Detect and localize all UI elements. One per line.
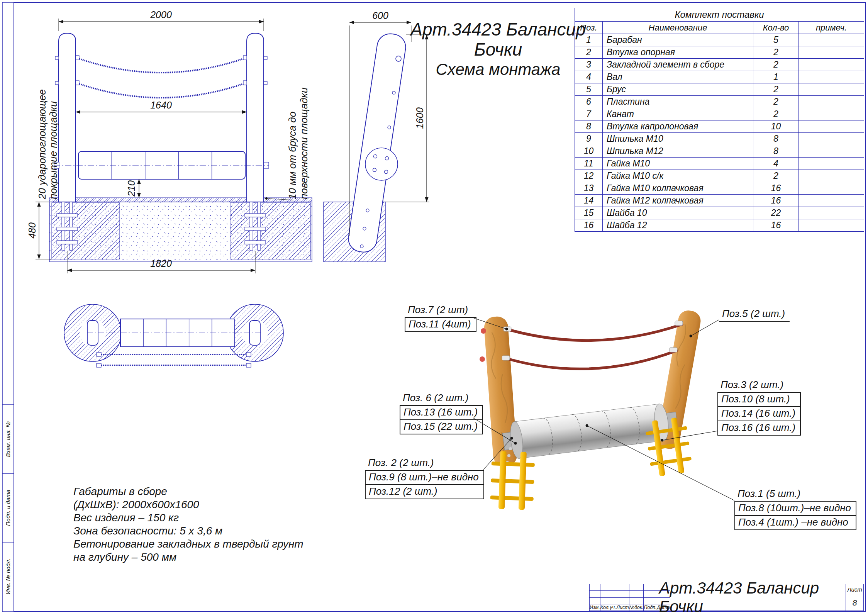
table-row: 6Пластина2 bbox=[575, 96, 864, 108]
tb-col-list: Лист bbox=[616, 604, 629, 611]
callout-barrel: Поз.1 (5 шт.) Поз.8 (10шт.)–не видно Поз… bbox=[734, 487, 856, 530]
tb-col-izm: Изм. bbox=[590, 604, 600, 611]
spec-line: Вес изделия – 150 кг bbox=[73, 511, 303, 524]
stamp-vzam: Взам. инв. № bbox=[5, 421, 11, 457]
stamp-podp: Подп. и дата bbox=[5, 490, 11, 526]
part-pos: 14 bbox=[575, 195, 603, 207]
spec-line: на глубину – 500 мм bbox=[73, 551, 303, 564]
title-block: Изм. Кол.уч. Лист №док. Подп. Дата Арт.3… bbox=[589, 584, 864, 611]
dim-beam-height: 210 bbox=[126, 180, 137, 197]
dim-foundation-depth: 480 bbox=[27, 222, 37, 239]
side-stamps: Взам. инв. № Подп. и дата Инв. № подл. bbox=[5, 421, 11, 595]
dim-anchor-spacing: 1820 bbox=[150, 258, 172, 269]
part-name: Вал bbox=[603, 71, 753, 83]
part-qty: 2 bbox=[753, 46, 799, 59]
part-pos: 4 bbox=[575, 71, 603, 83]
part-name: Гайка М10 bbox=[603, 158, 753, 170]
table-row: 14Гайка М12 колпачковая16 bbox=[575, 195, 864, 207]
col-pos: Поз. bbox=[575, 22, 603, 34]
specs-block: Габариты в сборе (ДхШхВ): 2000х600х1600 … bbox=[73, 485, 303, 564]
part-note bbox=[799, 96, 864, 108]
part-qty: 2 bbox=[753, 59, 799, 71]
table-row: 15Шайба 1022 bbox=[575, 207, 864, 219]
part-note bbox=[799, 133, 864, 145]
callout-line: Поз. 2 (2 шт.) bbox=[365, 456, 484, 471]
part-pos: 9 bbox=[575, 133, 603, 145]
part-qty: 22 bbox=[753, 207, 799, 219]
part-qty: 8 bbox=[753, 133, 799, 145]
part-name: Шайба 12 bbox=[603, 219, 753, 232]
dim-side-depth: 600 bbox=[372, 10, 388, 21]
callout-line: Поз.1 (5 шт.) bbox=[734, 487, 856, 502]
callout-line: Поз.12 (2 шт.) bbox=[366, 484, 483, 499]
part-qty: 4 bbox=[753, 158, 799, 170]
part-pos: 8 bbox=[575, 120, 603, 133]
part-name: Гайка М10 с/к bbox=[603, 170, 753, 182]
tb-col-koluch: Кол.уч. bbox=[600, 604, 616, 611]
callout-line: Поз.14 (16 шт.) bbox=[718, 406, 800, 421]
part-name: Гайка М10 колпачковая bbox=[603, 182, 753, 195]
part-note bbox=[799, 195, 864, 207]
callout-line: Поз.15 (22 шт.) bbox=[400, 419, 482, 434]
revision-grid: Изм. Кол.уч. Лист №док. Подп. Дата bbox=[590, 584, 659, 611]
part-pos: 7 bbox=[575, 108, 603, 120]
part-pos: 5 bbox=[575, 83, 603, 96]
render-cap-1 bbox=[481, 328, 486, 334]
callout-line: Поз.3 (2 шт.) bbox=[717, 378, 801, 393]
spec-line: Зона безопасности: 5 х 3,6 м bbox=[73, 524, 303, 538]
callout-line: Поз.7 (2 шт) bbox=[405, 304, 476, 318]
part-note bbox=[799, 120, 864, 133]
part-note bbox=[799, 145, 864, 158]
part-qty: 10 bbox=[753, 120, 799, 133]
sheet-number: 8 bbox=[846, 595, 863, 611]
part-qty: 2 bbox=[753, 83, 799, 96]
spec-line: Бетонирование закладных в твердый грунт bbox=[73, 538, 303, 551]
rope-lower-front bbox=[79, 84, 243, 98]
part-name: Втулка опорная bbox=[603, 46, 753, 59]
surface-band bbox=[49, 198, 312, 202]
callout-bushing: Поз. 2 (2 шт.) Поз.9 (8 шт.)–не видно По… bbox=[365, 456, 484, 499]
callout-line: Поз. 6 (2 шт.) bbox=[400, 392, 483, 406]
part-note bbox=[799, 59, 864, 71]
part-note bbox=[799, 219, 864, 232]
part-qty: 2 bbox=[753, 96, 799, 108]
page-title-line2: Схема монтажа bbox=[398, 59, 598, 80]
table-row: 13Гайка М10 колпачковая16 bbox=[575, 182, 864, 195]
rope-upper-front bbox=[79, 59, 243, 73]
parts-table: Комплект поставки Поз. Наименование Кол-… bbox=[575, 8, 864, 232]
sheet-box: Лист 8 bbox=[846, 584, 863, 611]
barrel-row-front bbox=[54, 151, 269, 179]
part-pos: 11 bbox=[575, 158, 603, 170]
part-name: Закладной элемент в сборе bbox=[603, 59, 753, 71]
part-name: Барабан bbox=[603, 34, 753, 46]
part-pos: 3 bbox=[575, 59, 603, 71]
footing-right bbox=[230, 203, 310, 259]
part-name: Пластина bbox=[603, 96, 753, 108]
table-row: 7Канат2 bbox=[575, 108, 864, 120]
part-qty: 5 bbox=[753, 34, 799, 46]
spec-line: Габариты в сборе bbox=[73, 485, 303, 498]
part-qty: 16 bbox=[753, 182, 799, 195]
part-note bbox=[799, 46, 864, 59]
callout-embed: Поз.3 (2 шт.) Поз.10 (8 шт.) Поз.14 (16 … bbox=[717, 378, 801, 436]
part-qty: 16 bbox=[753, 195, 799, 207]
col-name: Наименование bbox=[603, 22, 753, 34]
page-title: Арт.34423 Балансир Бочки Схема монтажа bbox=[398, 19, 598, 80]
render-3d bbox=[472, 309, 734, 510]
annotation-surface-2: покрытие площадки bbox=[47, 101, 59, 199]
part-qty: 16 bbox=[753, 219, 799, 232]
table-row: 2Втулка опорная2 bbox=[575, 46, 864, 59]
plan-view bbox=[64, 304, 283, 367]
callout-line: Поз.13 (16 шт.) bbox=[400, 406, 482, 419]
part-name: Канат bbox=[603, 108, 753, 120]
annotation-beam-gap-2: поверхности площадки bbox=[298, 88, 310, 199]
front-view: 2000 1640 210 480 1820 20 ударопоглощающ… bbox=[27, 9, 312, 273]
table-row: 11Гайка М104 bbox=[575, 158, 864, 170]
callout-line: Поз.5 (2 шт.) bbox=[719, 307, 790, 322]
table-row: 1Барабан5 bbox=[575, 34, 864, 46]
table-row: 4Вал1 bbox=[575, 71, 864, 83]
post-left bbox=[59, 33, 76, 202]
part-qty: 1 bbox=[753, 71, 799, 83]
tb-col-ndok: №док. bbox=[629, 604, 644, 611]
callout-line: Поз.9 (8 шт.)–не видно bbox=[366, 471, 483, 484]
